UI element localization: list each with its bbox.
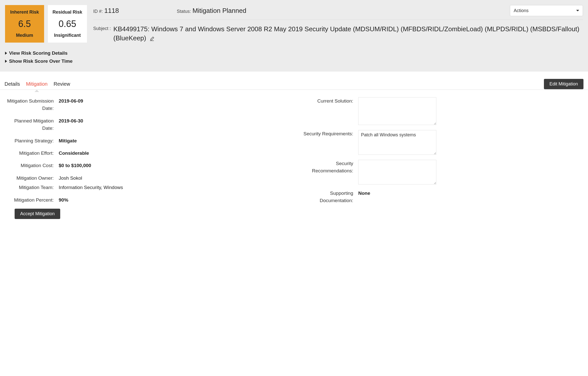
- inherent-risk-title: Inherent Risk: [10, 10, 39, 15]
- id-value: 1118: [104, 7, 119, 15]
- planned-date-label: Planned Mitigation Date:: [5, 117, 59, 132]
- security-recommendations-textarea[interactable]: [358, 160, 436, 184]
- mitigation-owner-label: Mitigation Owner:: [5, 174, 59, 182]
- planning-strategy-value: Mitigate: [59, 137, 77, 144]
- right-column: Current Solution: Security Requirements:…: [298, 97, 583, 219]
- residual-risk-card: Residual Risk 0.65 Insignificant: [48, 5, 87, 43]
- status-block: Status: Mitigation Planned: [177, 7, 246, 15]
- planned-date-value: 2019-06-30: [59, 117, 83, 124]
- security-recommendations-label: Security Recommendations:: [298, 160, 358, 175]
- submission-date-label: Mitigation Submission Date:: [5, 97, 59, 112]
- mitigation-effort-label: Mitigation Effort:: [5, 149, 59, 157]
- mitigation-cost-value: $0 to $100,000: [59, 162, 91, 169]
- edit-subject-icon[interactable]: [148, 34, 154, 42]
- current-solution-label: Current Solution:: [298, 97, 358, 105]
- subject-value: KB4499175: Windows 7 and Windows Server …: [113, 24, 583, 43]
- caret-right-icon: [5, 52, 7, 55]
- left-column: Mitigation Submission Date: 2019-06-09 P…: [5, 97, 290, 219]
- tab-details[interactable]: Details: [5, 79, 20, 89]
- inherent-risk-level: Medium: [16, 33, 33, 38]
- mitigation-percent-label: Mitigation Percent:: [5, 196, 59, 204]
- inherent-risk-score: 6.5: [18, 19, 31, 29]
- mitigation-team-label: Mitigation Team:: [5, 184, 59, 191]
- inherent-risk-card: Inherent Risk 6.5 Medium: [5, 5, 44, 43]
- mitigation-owner-value: Josh Sokol: [59, 174, 82, 182]
- mitigation-cost-label: Mitigation Cost:: [5, 162, 59, 169]
- tab-review[interactable]: Review: [54, 79, 70, 89]
- caret-down-icon: [576, 10, 579, 11]
- id-block: ID #: 1118: [93, 7, 119, 15]
- supporting-documentation-label: Supporting Documentation:: [298, 190, 358, 204]
- actions-dropdown[interactable]: Actions: [510, 5, 583, 16]
- header-area: Inherent Risk 6.5 Medium Residual Risk 0…: [0, 0, 588, 72]
- submission-date-value: 2019-06-09: [59, 97, 83, 105]
- subject-label: Subject :: [93, 24, 111, 31]
- caret-right-icon: [5, 60, 7, 63]
- status-value: Mitigation Planned: [192, 7, 246, 15]
- mitigation-effort-value: Considerable: [59, 149, 89, 157]
- show-score-over-time-link[interactable]: Show Risk Score Over Time: [5, 58, 583, 64]
- edit-mitigation-button[interactable]: Edit Mitigation: [544, 79, 583, 89]
- residual-risk-level: Insignificant: [54, 33, 81, 38]
- residual-risk-title: Residual Risk: [52, 10, 82, 15]
- planning-strategy-label: Planning Strategy:: [5, 137, 59, 144]
- residual-risk-score: 0.65: [58, 19, 76, 29]
- show-score-over-time-label: Show Risk Score Over Time: [9, 58, 73, 64]
- actions-dropdown-label: Actions: [514, 8, 529, 13]
- status-label: Status:: [177, 9, 191, 14]
- tab-mitigation[interactable]: Mitigation: [26, 79, 48, 89]
- security-requirements-textarea[interactable]: [358, 130, 436, 155]
- security-requirements-label: Security Requirements:: [298, 130, 358, 137]
- accept-mitigation-button[interactable]: Accept Mitigation: [15, 209, 60, 219]
- supporting-documentation-value: None: [358, 190, 370, 197]
- tab-bar: Details Mitigation Review Edit Mitigatio…: [0, 79, 588, 90]
- view-scoring-details-link[interactable]: View Risk Scoring Details: [5, 50, 583, 56]
- view-scoring-details-label: View Risk Scoring Details: [9, 50, 68, 56]
- mitigation-percent-value: 90%: [59, 196, 68, 204]
- mitigation-team-value: Information Security, Windows: [59, 184, 123, 191]
- subject-text: KB4499175: Windows 7 and Windows Server …: [113, 25, 579, 42]
- current-solution-textarea[interactable]: [358, 97, 436, 125]
- id-label: ID #:: [93, 9, 103, 14]
